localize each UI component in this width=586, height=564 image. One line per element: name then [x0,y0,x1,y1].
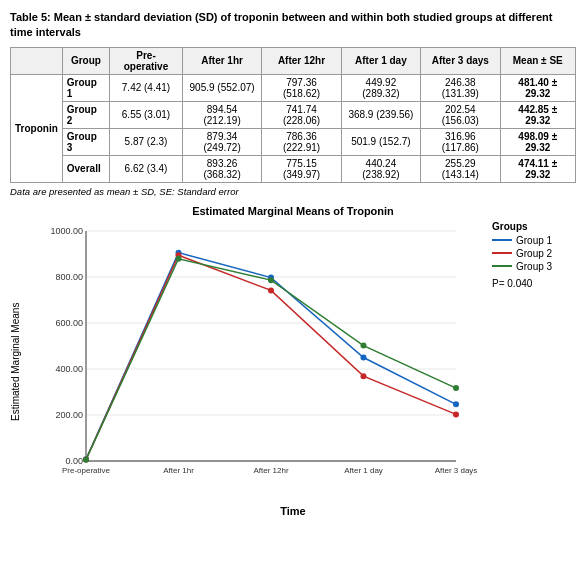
table-row-mean-se: 474.11 ± 29.32 [500,155,575,182]
y-axis-label: Estimated Marginal Means [10,221,24,503]
table-row-after1day: 501.9 (152.7) [341,128,420,155]
svg-text:After 1hr: After 1hr [163,466,194,475]
legend-item: Group 1 [492,235,576,246]
svg-point-31 [268,277,274,283]
table-row-after3days: 255.29 (143.14) [421,155,500,182]
col-header-group: Group [62,47,109,74]
svg-point-26 [268,287,274,293]
chart-title: Estimated Marginal Means of Troponin [10,205,576,217]
svg-text:After 3 days: After 3 days [435,466,478,475]
svg-point-27 [361,373,367,379]
svg-point-23 [453,401,459,407]
legend-item: Group 2 [492,248,576,259]
col-header-after12hr: After 12hr [262,47,341,74]
table-row-after1hr: 905.9 (552.07) [182,74,261,101]
svg-point-30 [176,256,182,262]
col-header-empty [11,47,63,74]
legend-title: Groups [492,221,576,232]
table-row-after1day: 449.92 (289.32) [341,74,420,101]
table-row-group: Group 2 [62,101,109,128]
row-main-label: Troponin [11,74,63,182]
table-row-pre: 6.55 (3.01) [110,101,183,128]
table-title: Table 5: Mean ± standard deviation (SD) … [10,10,576,41]
svg-text:0.00: 0.00 [65,456,83,466]
svg-text:1000.00: 1000.00 [50,226,83,236]
col-header-mean-se: Mean ± SE [500,47,575,74]
legend-item: Group 3 [492,261,576,272]
table-row-after12hr: 797.36 (518.62) [262,74,341,101]
table-row-after1hr: 894.54 (212.19) [182,101,261,128]
table-row-after3days: 202.54 (156.03) [421,101,500,128]
svg-text:Pre-operative: Pre-operative [62,466,111,475]
svg-text:800.00: 800.00 [55,272,83,282]
chart-svg-area: 0.00200.00400.00600.00800.001000.00Pre-o… [26,221,486,503]
x-axis-label: Time [10,505,576,517]
svg-text:400.00: 400.00 [55,364,83,374]
table-row-after12hr: 741.74 (228.06) [262,101,341,128]
svg-point-33 [453,385,459,391]
table-row-pre: 5.87 (2.3) [110,128,183,155]
table-row-after1day: 440.24 (238.92) [341,155,420,182]
table-row-pre: 6.62 (3.4) [110,155,183,182]
table-row-after12hr: 775.15 (349.97) [262,155,341,182]
table-row-group: Group 1 [62,74,109,101]
svg-point-32 [361,342,367,348]
table-row-pre: 7.42 (4.41) [110,74,183,101]
data-table: Group Pre-operative After 1hr After 12hr… [10,47,576,183]
svg-point-22 [361,354,367,360]
p-value: P= 0.040 [492,278,576,289]
table-row-mean-se: 481.40 ± 29.32 [500,74,575,101]
table-row-mean-se: 442.85 ± 29.32 [500,101,575,128]
svg-text:After 1 day: After 1 day [344,466,383,475]
table-row-after12hr: 786.36 (222.91) [262,128,341,155]
table-footnote: Data are presented as mean ± SD, SE: Sta… [10,186,576,197]
svg-text:200.00: 200.00 [55,410,83,420]
col-header-after3days: After 3 days [421,47,500,74]
svg-text:After 12hr: After 12hr [253,466,288,475]
svg-point-28 [453,411,459,417]
table-row-after1hr: 893.26 (368.32) [182,155,261,182]
table-row-group: Overall [62,155,109,182]
table-row-group: Group 3 [62,128,109,155]
table-row-after3days: 246.38 (131.39) [421,74,500,101]
table-row-after3days: 316.96 (117.86) [421,128,500,155]
legend-area: Groups Group 1Group 2Group 3 P= 0.040 [486,221,576,503]
svg-text:600.00: 600.00 [55,318,83,328]
col-header-after1hr: After 1hr [182,47,261,74]
col-header-after1day: After 1 day [341,47,420,74]
table-row-mean-se: 498.09 ± 29.32 [500,128,575,155]
table-row-after1day: 368.9 (239.56) [341,101,420,128]
svg-point-29 [83,456,89,462]
col-header-pre: Pre-operative [110,47,183,74]
chart-container: Estimated Marginal Means of Troponin Est… [10,205,576,517]
table-row-after1hr: 879.34 (249.72) [182,128,261,155]
